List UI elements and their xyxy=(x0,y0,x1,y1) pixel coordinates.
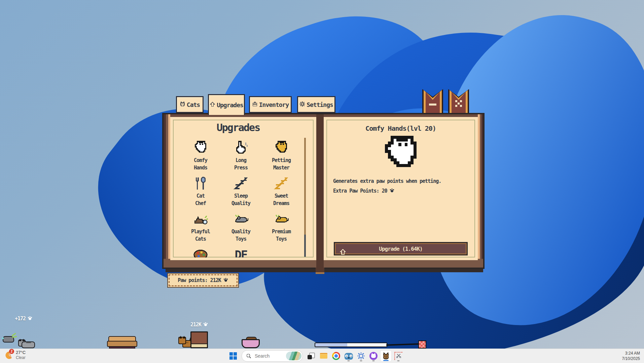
hand-gold-icon xyxy=(274,139,289,157)
cat-paw-counter: 212K xyxy=(190,321,208,328)
up-arrow-icon xyxy=(210,102,215,109)
box-icon xyxy=(252,101,258,108)
start-button[interactable] xyxy=(227,350,239,362)
upgrade-item-de-text[interactable]: DE xyxy=(221,246,261,257)
upgrade-label: Chef xyxy=(195,200,206,207)
tab-settings[interactable]: Settings xyxy=(297,96,335,113)
taskbar: 2 27°C Clear 3:24 AM 7/10/2025 xyxy=(0,349,644,363)
search-icon xyxy=(246,353,251,359)
comfy-hands-icon xyxy=(381,134,421,175)
upgrade-label: Premium xyxy=(272,228,291,235)
wand-toy-handle[interactable] xyxy=(315,342,387,347)
tab-cats[interactable]: Cats xyxy=(176,96,204,113)
taskbar-search[interactable] xyxy=(242,350,303,362)
upgrade-item-playful-cats[interactable]: PlayfulCats xyxy=(180,210,221,246)
task-view-taskbar-button[interactable] xyxy=(306,350,317,362)
mouse-toy-sprite[interactable] xyxy=(1,333,16,342)
tab-label: Upgrades xyxy=(217,102,243,109)
close-button[interactable] xyxy=(448,89,469,113)
chrome-taskbar-button[interactable] xyxy=(330,350,342,362)
hand-white-icon xyxy=(193,139,208,157)
tab-label: Inventory xyxy=(259,101,289,108)
couch-sprite[interactable] xyxy=(107,336,137,349)
wand-toy-tip[interactable] xyxy=(418,340,426,349)
book-spine xyxy=(316,114,324,268)
taskbar-clock[interactable]: 3:24 AM 7/10/2025 xyxy=(622,351,640,361)
minimize-button[interactable] xyxy=(422,89,443,113)
mouse-gray-icon xyxy=(234,210,248,228)
minimize-icon xyxy=(429,101,437,107)
upgrade-label: Toys xyxy=(276,235,287,243)
upgrade-detail-page: Comfy Hands(lvl 20) Generates extra paw … xyxy=(324,117,478,260)
upgrades-page: Upgrades ComfyHands LongPress PettingMas… xyxy=(170,117,316,260)
paw-icon xyxy=(27,315,33,322)
floating-paw-gain: +172 xyxy=(15,315,33,322)
weather-alert-badge: 2 xyxy=(9,349,14,354)
upgrade-label: Press xyxy=(234,164,248,171)
search-daily-image[interactable] xyxy=(286,352,301,360)
upgrade-label: Quality xyxy=(231,228,250,235)
upgrade-item-quality-toys[interactable]: QualityToys xyxy=(221,210,261,246)
game-book-window: Upgrades ComfyHands LongPress PettingMas… xyxy=(162,113,485,269)
upgrade-item-palette[interactable] xyxy=(180,246,221,257)
weather-widget[interactable]: 2 27°C Clear xyxy=(3,350,26,360)
upgrade-label: Petting xyxy=(272,157,291,164)
utensils-icon xyxy=(193,175,208,192)
cat-face-icon xyxy=(180,101,185,108)
paw-icon xyxy=(203,321,208,328)
gear-icon xyxy=(299,101,305,108)
food-bowl-sprite[interactable] xyxy=(242,337,260,348)
search-input[interactable] xyxy=(254,353,286,359)
upgrade-item-petting-master[interactable]: PettingMaster xyxy=(261,139,301,175)
mouse-gold-icon xyxy=(274,210,289,228)
upgrade-item-sweet-dreams[interactable]: SweetDreams xyxy=(261,175,301,210)
upgrade-item-cat-chef[interactable]: CatChef xyxy=(180,175,221,210)
upgrade-item-sleep-quality[interactable]: SleepQuality xyxy=(221,175,261,210)
upgrade-item-comfy-hands[interactable]: ComfyHands xyxy=(180,139,221,175)
upgrade-label: Quality xyxy=(231,200,250,207)
file-explorer-taskbar-button[interactable] xyxy=(318,350,329,362)
upgrade-label: Sleep xyxy=(234,192,248,200)
scissors-icon xyxy=(396,353,401,360)
paw-icon xyxy=(223,277,228,284)
orange-cat-sprite[interactable] xyxy=(178,335,192,348)
desktop-wallpaper: +172 212K CatsUpgradesInventory Settings xyxy=(0,0,644,363)
upgrade-purchase-button[interactable]: Upgrade (1.64K) xyxy=(334,242,468,255)
zzz-gold-icon xyxy=(274,175,289,192)
snip-tool-taskbar-button[interactable] xyxy=(393,350,404,362)
book-shadow xyxy=(166,269,483,272)
zzz-dark-icon xyxy=(234,175,248,192)
settings-gear-taskbar-button[interactable] xyxy=(355,350,367,362)
upgrade-label: Comfy xyxy=(194,157,207,164)
upgrade-item-long-press[interactable]: LongPress xyxy=(221,139,261,175)
upgrades-page-title: Upgrades xyxy=(170,122,306,133)
taskbar-center xyxy=(227,350,404,362)
close-icon xyxy=(455,100,462,109)
upgrade-label: Sweet xyxy=(275,192,288,200)
weather-temperature: 27°C xyxy=(16,350,26,355)
upgrade-item-premium-toys[interactable]: PremiumToys xyxy=(261,210,301,246)
upgrade-label: Long xyxy=(236,157,246,164)
github-desktop-taskbar-button[interactable] xyxy=(368,350,379,362)
paw-icon xyxy=(389,188,395,194)
upgrade-detail-title: Comfy Hands(lvl 20) xyxy=(324,124,478,132)
upgrade-list-scrollbar[interactable] xyxy=(304,138,306,257)
paw-points-label: Paw points: 212K xyxy=(178,277,221,283)
upgrade-effect: Extra Paw Points: 20 xyxy=(333,188,395,194)
godot-taskbar-button[interactable] xyxy=(343,350,354,362)
tab-label: Cats xyxy=(187,101,200,108)
clock-date: 7/10/2025 xyxy=(622,356,640,361)
clipped-upgrade-text: DE xyxy=(235,246,247,257)
book-sprite[interactable] xyxy=(190,331,208,348)
gear-blue-icon xyxy=(357,352,365,360)
cat-game-taskbar-button[interactable] xyxy=(380,350,392,362)
grey-cat-sprite[interactable] xyxy=(18,338,34,348)
scrollbar-thumb[interactable] xyxy=(304,235,306,257)
upgrade-label: Cats xyxy=(195,235,206,243)
moon-weather-icon: 2 xyxy=(3,350,13,360)
press-cursor-icon xyxy=(234,139,248,157)
tab-inventory[interactable]: Inventory xyxy=(249,96,292,113)
palette-icon xyxy=(193,246,208,257)
tab-upgrades[interactable]: Upgrades xyxy=(208,94,245,115)
upgrade-grid: ComfyHands LongPress PettingMaster CatCh… xyxy=(180,139,301,257)
